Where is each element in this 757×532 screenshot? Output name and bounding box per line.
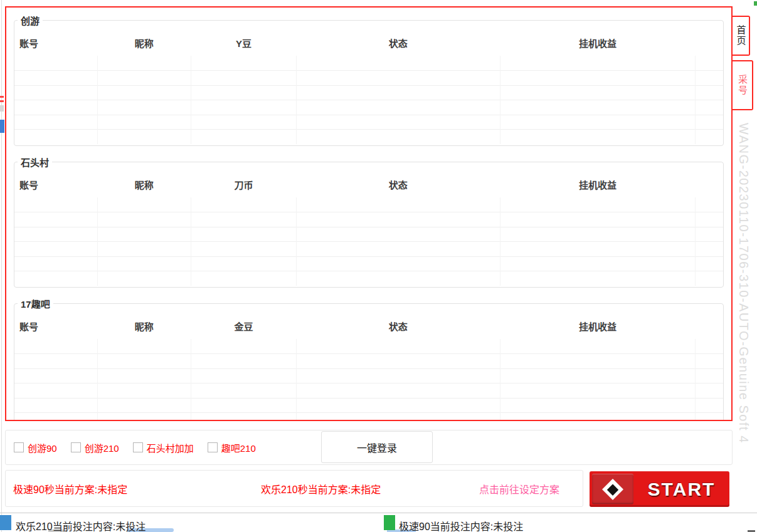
- checkbox-icon[interactable]: [14, 442, 24, 452]
- checkbox-icon[interactable]: [208, 442, 218, 452]
- plan-status-panel: 极速90秒当前方案:未指定 欢乐210秒当前方案:未指定 点击前往设定方案: [5, 470, 583, 507]
- tab-account-collect[interactable]: 采号: [733, 60, 753, 110]
- checkbox-label: 石头村加加: [147, 441, 194, 454]
- col-currency: 金豆: [191, 313, 296, 339]
- table-row[interactable]: [14, 398, 723, 413]
- col-currency: Y豆: [191, 29, 296, 56]
- table-header-row: 账号 昵称 Y豆 状态 挂机收益: [14, 29, 723, 56]
- col-nickname: 昵称: [97, 313, 191, 339]
- table-row[interactable]: [14, 85, 723, 100]
- goto-plan-settings-link[interactable]: 点击前往设定方案: [479, 481, 559, 496]
- diamond-icon[interactable]: [592, 474, 633, 504]
- group-chuangyou: 创游 账号 昵称 Y豆 状态 挂机收益: [14, 14, 724, 146]
- group-title: 创游: [18, 14, 43, 27]
- col-account: 账号: [14, 171, 97, 197]
- background-window-edge: [1, 0, 2, 532]
- col-nickname: 昵称: [97, 171, 191, 197]
- checkbox-quba210[interactable]: 趣吧210: [208, 441, 256, 454]
- table-row[interactable]: [14, 197, 723, 212]
- accounts-table-17quba[interactable]: 账号 昵称 金豆 状态 挂机收益: [14, 313, 723, 421]
- happy210-color-swatch: [0, 515, 11, 530]
- accounts-panel: 创游 账号 昵称 Y豆 状态 挂机收益: [5, 6, 733, 421]
- checkbox-chuangyou210[interactable]: 创游210: [71, 441, 119, 454]
- fast90-bet-status: 极速90当前投注内容:未投注: [399, 518, 523, 532]
- table-row[interactable]: [14, 227, 723, 242]
- table-row[interactable]: [14, 383, 723, 399]
- table-row[interactable]: [14, 413, 723, 422]
- group-title: 17趣吧: [18, 297, 53, 310]
- table-row[interactable]: [14, 130, 723, 145]
- bottom-divider: [0, 513, 757, 513]
- col-status: 状态: [297, 29, 500, 56]
- checkbox-label: 创游210: [85, 441, 119, 454]
- fast90-color-swatch: [384, 515, 395, 530]
- table-row[interactable]: [14, 242, 723, 257]
- col-currency: 刀币: [191, 171, 296, 197]
- diamond-inner-shape: [607, 483, 618, 494]
- tab-home[interactable]: 首页: [733, 16, 750, 56]
- background-fragment: [0, 105, 4, 112]
- checkbox-label: 趣吧210: [221, 441, 256, 454]
- group-title: 石头村: [18, 155, 52, 169]
- col-spacer: [696, 29, 723, 56]
- background-fragment: [0, 96, 4, 98]
- table-header-row: 账号 昵称 金豆 状态 挂机收益: [14, 313, 723, 339]
- table-row[interactable]: [14, 368, 723, 383]
- col-spacer: [696, 313, 723, 339]
- diamond-outer-shape: [602, 479, 623, 500]
- col-status: 状态: [297, 171, 500, 197]
- table-header-row: 账号 昵称 刀币 状态 挂机收益: [14, 171, 723, 197]
- group-shitoucun: 石头村 账号 昵称 刀币 状态 挂机收益: [14, 155, 724, 288]
- background-fragment: [0, 120, 4, 133]
- col-status: 状态: [297, 313, 500, 339]
- checkbox-shitoucun-jiajia[interactable]: 石头村加加: [133, 441, 194, 454]
- table-row[interactable]: [14, 71, 723, 86]
- accounts-table-chuangyou[interactable]: 账号 昵称 Y豆 状态 挂机收益: [14, 29, 723, 144]
- license-watermark: WANG-20230110-1706-310-AUTO-Genuine Soft…: [736, 123, 751, 444]
- table-row[interactable]: [14, 56, 723, 71]
- col-idle-income: 挂机收益: [500, 29, 696, 56]
- checkbox-icon[interactable]: [133, 442, 143, 452]
- table-row[interactable]: [14, 100, 723, 115]
- table-row[interactable]: [14, 212, 723, 227]
- col-account: 账号: [14, 313, 97, 339]
- col-idle-income: 挂机收益: [500, 313, 696, 339]
- group-17quba: 17趣吧 账号 昵称 金豆 状态 挂机收益: [14, 297, 724, 421]
- table-row[interactable]: [14, 354, 723, 369]
- one-key-login-button[interactable]: 一键登录: [321, 431, 433, 463]
- happy210-plan-status: 欢乐210秒当前方案:未指定: [261, 481, 381, 496]
- checkbox-chuangyou90[interactable]: 创游90: [14, 441, 57, 454]
- start-button[interactable]: START: [590, 471, 729, 507]
- fast90-plan-status: 极速90秒当前方案:未指定: [13, 481, 127, 496]
- table-row[interactable]: [14, 339, 723, 354]
- col-nickname: 昵称: [97, 29, 191, 56]
- accounts-table-shitoucun[interactable]: 账号 昵称 刀币 状态 挂机收益: [14, 171, 723, 286]
- table-row[interactable]: [14, 271, 723, 286]
- col-account: 账号: [14, 29, 97, 56]
- background-fragment: [754, 1, 757, 6]
- start-button-label: START: [633, 479, 729, 500]
- checkbox-icon[interactable]: [71, 442, 81, 452]
- table-row[interactable]: [14, 115, 723, 130]
- col-idle-income: 挂机收益: [500, 171, 696, 197]
- happy210-bet-status: 欢乐210当前投注内容:未投注: [16, 518, 146, 532]
- checkbox-label: 创游90: [28, 441, 57, 454]
- background-fragment: [0, 100, 4, 102]
- table-row[interactable]: [14, 256, 723, 271]
- col-spacer: [696, 171, 723, 197]
